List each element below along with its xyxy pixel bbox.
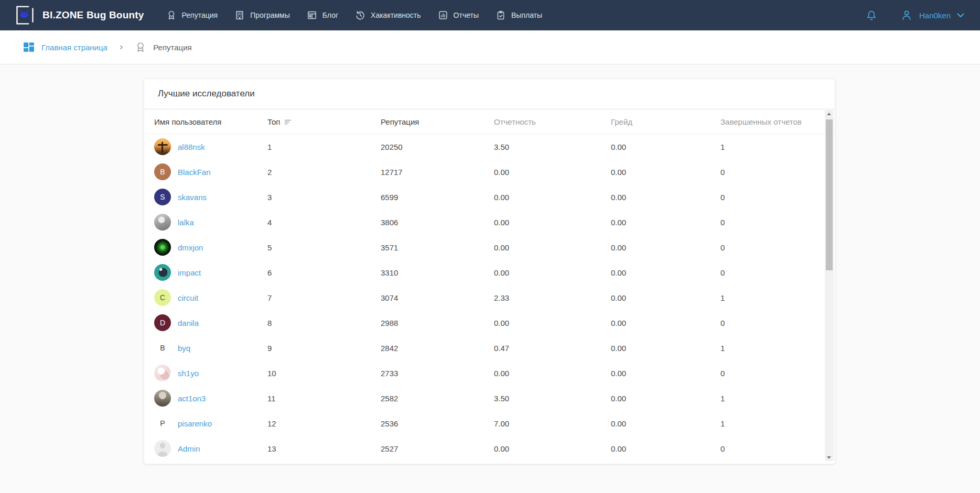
column-header[interactable]: Завершенных отчетов <box>720 117 814 126</box>
grade-cell: 0.00 <box>611 369 720 378</box>
breadcrumb-home-link[interactable]: Главная страница <box>41 43 107 52</box>
breadcrumb-separator: › <box>114 41 128 54</box>
reputation-cell: 3571 <box>381 243 494 252</box>
nav-item-Выплаты[interactable]: Выплаты <box>496 10 542 20</box>
nav-item-Хакактивность[interactable]: Хакактивность <box>355 10 421 20</box>
completed-reports-cell: 0 <box>720 218 835 227</box>
completed-reports-cell: 1 <box>720 419 835 428</box>
table-row: act1on3 11 2582 3.50 0.00 1 <box>144 386 835 411</box>
reputation-cell: 2527 <box>381 444 494 453</box>
leaderboard-table: Имя пользователя Топ Репутация Отчетност… <box>144 110 835 462</box>
reputation-cell: 2536 <box>381 419 494 428</box>
table-scrollbar[interactable] <box>825 110 834 461</box>
top-cell: 5 <box>267 243 381 252</box>
breadcrumb-current: Репутация <box>153 43 191 52</box>
username-link[interactable]: skavans <box>178 193 207 202</box>
username-link[interactable]: Admin <box>178 444 200 453</box>
nav-item-label: Выплаты <box>511 11 542 19</box>
username-link[interactable]: dmxjon <box>178 243 203 252</box>
nav-item-label: Программы <box>250 11 290 19</box>
nav-item-label: Хакактивность <box>371 11 421 19</box>
username-link[interactable]: pisarenko <box>178 419 212 428</box>
table-header-row: Имя пользователя Топ Репутация Отчетност… <box>144 110 835 134</box>
grade-cell: 0.00 <box>611 319 720 327</box>
username-link[interactable]: sh1yo <box>178 369 199 378</box>
column-header[interactable]: Имя пользователя <box>154 117 267 126</box>
username-link[interactable]: impact <box>178 268 201 277</box>
reporting-cell: 0.00 <box>494 243 611 252</box>
nav-item-Блог[interactable]: Блог <box>307 10 338 20</box>
user-menu[interactable]: Han0ken <box>900 9 964 21</box>
reputation-cell: 12717 <box>381 168 494 177</box>
grade-cell: 0.00 <box>611 444 720 453</box>
navbar-right: Han0ken <box>866 9 964 21</box>
reputation-cell: 3074 <box>381 293 494 302</box>
nav-item-Программы[interactable]: Программы <box>234 10 290 20</box>
nav-item-label: Отчеты <box>454 11 479 19</box>
medal-icon <box>135 41 146 53</box>
reputation-cell: 20250 <box>381 143 494 151</box>
scrollbar-down-arrow[interactable] <box>825 453 834 461</box>
grade-cell: 0.00 <box>611 419 720 428</box>
username-link[interactable]: al88nsk <box>178 143 205 151</box>
username-link[interactable]: lalka <box>178 218 194 227</box>
reputation-cell: 3806 <box>381 218 494 227</box>
person-icon <box>900 9 913 21</box>
username-link[interactable]: byq <box>178 344 190 353</box>
avatar: B <box>154 163 171 180</box>
column-header[interactable]: Репутация <box>381 117 494 126</box>
reporting-cell: 0.00 <box>494 268 611 277</box>
avatar <box>154 390 171 407</box>
avatar <box>154 214 171 231</box>
column-header[interactable]: Топ <box>267 117 381 126</box>
avatar: B <box>154 339 171 356</box>
breadcrumb: Главная страница › Репутация <box>0 30 980 64</box>
table-row: dmxjon 5 3571 0.00 0.00 0 <box>144 235 835 260</box>
top-cell: 3 <box>267 193 381 202</box>
home-grid-icon[interactable] <box>23 41 35 53</box>
table-row: B byq 9 2842 0.47 0.00 1 <box>144 335 835 360</box>
table-row: Admin 13 2527 0.00 0.00 0 <box>144 436 835 461</box>
reporting-cell: 7.00 <box>494 419 611 428</box>
username-link[interactable]: circuit <box>178 293 198 302</box>
reporting-cell: 2.33 <box>494 293 611 302</box>
avatar <box>154 264 171 281</box>
avatar: S <box>154 189 171 205</box>
username-link[interactable]: danila <box>178 319 199 327</box>
username-link[interactable]: BlackFan <box>178 168 211 177</box>
top-cell: 11 <box>267 394 381 403</box>
reporting-cell: 0.47 <box>494 344 611 353</box>
leaderboard-card: Лучшие исследователи Имя пользователя То… <box>144 79 835 464</box>
brand-logo[interactable]: BI.ZONE Bug Bounty <box>14 5 144 26</box>
top-cell: 8 <box>267 319 381 327</box>
reporting-cell: 0.00 <box>494 193 611 202</box>
reputation-cell: 2842 <box>381 344 494 353</box>
scrollbar-up-arrow[interactable] <box>825 110 834 118</box>
username-link[interactable]: act1on3 <box>178 394 206 403</box>
table-row: B BlackFan 2 12717 0.00 0.00 0 <box>144 159 835 184</box>
chevron-down-icon <box>957 13 964 18</box>
top-cell: 7 <box>267 293 381 302</box>
reporting-cell: 3.50 <box>494 143 611 151</box>
reputation-cell: 2733 <box>381 369 494 378</box>
nav-item-Репутация[interactable]: Репутация <box>166 10 218 20</box>
top-cell: 12 <box>267 419 381 428</box>
scrollbar-thumb[interactable] <box>826 119 833 270</box>
reputation-cell: 3310 <box>381 268 494 277</box>
grade-cell: 0.00 <box>611 218 720 227</box>
nav-item-label: Блог <box>322 11 338 19</box>
nav-item-Отчеты[interactable]: Отчеты <box>438 10 479 20</box>
top-navbar: BI.ZONE Bug Bounty Репутация Программы Б… <box>0 0 980 30</box>
column-header[interactable]: Отчетность <box>494 117 611 126</box>
medal-icon <box>166 10 177 20</box>
completed-reports-cell: 0 <box>720 319 835 327</box>
notifications-bell-icon[interactable] <box>866 9 877 21</box>
column-header[interactable]: Грейд <box>611 117 720 126</box>
completed-reports-cell: 1 <box>720 344 835 353</box>
nav-items: Репутация Программы Блог Хакактивность О… <box>166 10 543 20</box>
top-cell: 1 <box>267 143 381 151</box>
table-row: S skavans 3 6599 0.00 0.00 0 <box>144 184 835 210</box>
grade-cell: 0.00 <box>611 168 720 177</box>
grade-cell: 0.00 <box>611 143 720 151</box>
report-chart-icon <box>438 10 448 20</box>
